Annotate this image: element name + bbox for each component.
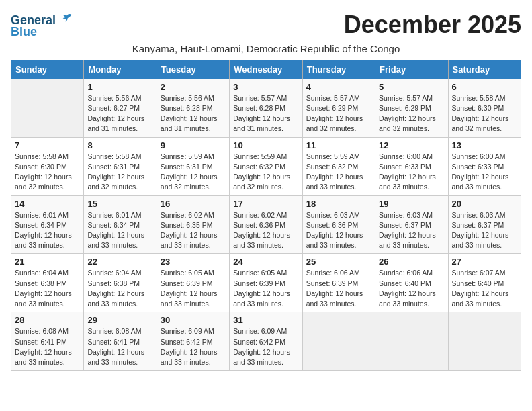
calendar-cell xyxy=(11,79,84,137)
day-info: Sunrise: 6:07 AM Sunset: 6:40 PM Dayligh… xyxy=(452,268,517,309)
calendar-cell: 5Sunrise: 5:57 AM Sunset: 6:29 PM Daylig… xyxy=(375,79,448,137)
day-number: 8 xyxy=(87,140,152,150)
calendar-cell xyxy=(448,312,521,371)
day-number: 27 xyxy=(452,257,517,267)
day-info: Sunrise: 5:58 AM Sunset: 6:31 PM Dayligh… xyxy=(87,152,152,193)
calendar-cell: 27Sunrise: 6:07 AM Sunset: 6:40 PM Dayli… xyxy=(448,254,521,312)
day-info: Sunrise: 6:05 AM Sunset: 6:39 PM Dayligh… xyxy=(233,268,298,309)
calendar-cell: 11Sunrise: 5:59 AM Sunset: 6:32 PM Dayli… xyxy=(302,137,375,195)
day-info: Sunrise: 6:08 AM Sunset: 6:41 PM Dayligh… xyxy=(87,326,152,367)
day-number: 15 xyxy=(87,199,152,209)
day-info: Sunrise: 5:57 AM Sunset: 6:29 PM Dayligh… xyxy=(306,93,371,134)
header-day-friday: Friday xyxy=(375,60,448,79)
day-info: Sunrise: 5:58 AM Sunset: 6:30 PM Dayligh… xyxy=(452,93,517,134)
day-info: Sunrise: 6:05 AM Sunset: 6:39 PM Dayligh… xyxy=(161,268,226,309)
day-info: Sunrise: 6:00 AM Sunset: 6:33 PM Dayligh… xyxy=(379,152,444,193)
day-number: 4 xyxy=(306,82,371,92)
calendar-cell: 28Sunrise: 6:08 AM Sunset: 6:41 PM Dayli… xyxy=(11,312,84,371)
day-info: Sunrise: 6:02 AM Sunset: 6:36 PM Dayligh… xyxy=(233,210,298,251)
day-info: Sunrise: 6:09 AM Sunset: 6:42 PM Dayligh… xyxy=(233,326,298,367)
day-info: Sunrise: 6:06 AM Sunset: 6:39 PM Dayligh… xyxy=(306,268,371,309)
day-info: Sunrise: 6:00 AM Sunset: 6:33 PM Dayligh… xyxy=(452,152,517,193)
day-info: Sunrise: 5:56 AM Sunset: 6:28 PM Dayligh… xyxy=(161,93,226,134)
calendar-cell: 14Sunrise: 6:01 AM Sunset: 6:34 PM Dayli… xyxy=(11,195,84,254)
calendar-cell: 22Sunrise: 6:04 AM Sunset: 6:38 PM Dayli… xyxy=(84,254,157,312)
day-number: 20 xyxy=(452,199,517,209)
day-number: 7 xyxy=(15,140,80,150)
day-number: 26 xyxy=(379,257,444,267)
calendar-cell: 4Sunrise: 5:57 AM Sunset: 6:29 PM Daylig… xyxy=(302,79,375,137)
week-row-1: 1Sunrise: 5:56 AM Sunset: 6:27 PM Daylig… xyxy=(11,79,521,137)
day-info: Sunrise: 6:03 AM Sunset: 6:37 PM Dayligh… xyxy=(452,210,517,251)
calendar-cell: 31Sunrise: 6:09 AM Sunset: 6:42 PM Dayli… xyxy=(230,312,302,371)
day-number: 12 xyxy=(379,140,444,150)
day-number: 22 xyxy=(87,257,152,267)
day-number: 5 xyxy=(379,82,444,92)
header-day-sunday: Sunday xyxy=(11,60,84,79)
calendar-cell: 7Sunrise: 5:58 AM Sunset: 6:30 PM Daylig… xyxy=(11,137,84,195)
title-section: December 2025 xyxy=(344,11,521,39)
calendar-cell: 10Sunrise: 5:59 AM Sunset: 6:32 PM Dayli… xyxy=(230,137,302,195)
day-number: 31 xyxy=(233,315,298,325)
day-info: Sunrise: 6:06 AM Sunset: 6:40 PM Dayligh… xyxy=(379,268,444,309)
calendar-cell: 30Sunrise: 6:09 AM Sunset: 6:42 PM Dayli… xyxy=(157,312,229,371)
day-number: 19 xyxy=(379,199,444,209)
calendar-header-row: SundayMondayTuesdayWednesdayThursdayFrid… xyxy=(11,60,521,79)
calendar-cell xyxy=(375,312,448,371)
header-day-saturday: Saturday xyxy=(448,60,521,79)
calendar-table: SundayMondayTuesdayWednesdayThursdayFrid… xyxy=(11,60,521,371)
day-number: 10 xyxy=(233,140,298,150)
calendar-cell: 9Sunrise: 5:59 AM Sunset: 6:31 PM Daylig… xyxy=(157,137,229,195)
calendar-cell: 20Sunrise: 6:03 AM Sunset: 6:37 PM Dayli… xyxy=(448,195,521,254)
header-day-tuesday: Tuesday xyxy=(157,60,229,79)
day-info: Sunrise: 5:59 AM Sunset: 6:32 PM Dayligh… xyxy=(306,152,371,193)
week-row-2: 7Sunrise: 5:58 AM Sunset: 6:30 PM Daylig… xyxy=(11,137,521,195)
calendar-cell: 25Sunrise: 6:06 AM Sunset: 6:39 PM Dayli… xyxy=(302,254,375,312)
day-info: Sunrise: 6:02 AM Sunset: 6:35 PM Dayligh… xyxy=(161,210,226,251)
top-row: General Blue December 2025 xyxy=(11,11,521,42)
header-day-thursday: Thursday xyxy=(302,60,375,79)
day-number: 23 xyxy=(161,257,226,267)
week-row-3: 14Sunrise: 6:01 AM Sunset: 6:34 PM Dayli… xyxy=(11,195,521,254)
calendar-cell: 18Sunrise: 6:03 AM Sunset: 6:36 PM Dayli… xyxy=(302,195,375,254)
day-number: 18 xyxy=(306,199,371,209)
calendar-cell: 21Sunrise: 6:04 AM Sunset: 6:38 PM Dayli… xyxy=(11,254,84,312)
day-info: Sunrise: 5:59 AM Sunset: 6:32 PM Dayligh… xyxy=(233,152,298,193)
header-day-wednesday: Wednesday xyxy=(230,60,302,79)
calendar-cell: 2Sunrise: 5:56 AM Sunset: 6:28 PM Daylig… xyxy=(157,79,229,137)
month-title: December 2025 xyxy=(344,11,521,39)
calendar-cell: 19Sunrise: 6:03 AM Sunset: 6:37 PM Dayli… xyxy=(375,195,448,254)
day-info: Sunrise: 5:56 AM Sunset: 6:27 PM Dayligh… xyxy=(87,93,152,134)
day-number: 6 xyxy=(452,82,517,92)
day-number: 1 xyxy=(87,82,152,92)
day-number: 25 xyxy=(306,257,371,267)
calendar-cell: 17Sunrise: 6:02 AM Sunset: 6:36 PM Dayli… xyxy=(230,195,302,254)
day-info: Sunrise: 6:01 AM Sunset: 6:34 PM Dayligh… xyxy=(87,210,152,251)
day-number: 28 xyxy=(15,315,80,325)
calendar-cell: 23Sunrise: 6:05 AM Sunset: 6:39 PM Dayli… xyxy=(157,254,229,312)
day-number: 16 xyxy=(161,199,226,209)
day-number: 3 xyxy=(233,82,298,92)
calendar-cell: 16Sunrise: 6:02 AM Sunset: 6:35 PM Dayli… xyxy=(157,195,229,254)
calendar-cell xyxy=(302,312,375,371)
day-info: Sunrise: 6:08 AM Sunset: 6:41 PM Dayligh… xyxy=(15,326,80,367)
day-info: Sunrise: 5:57 AM Sunset: 6:28 PM Dayligh… xyxy=(233,93,298,134)
day-info: Sunrise: 6:03 AM Sunset: 6:36 PM Dayligh… xyxy=(306,210,371,251)
day-info: Sunrise: 5:57 AM Sunset: 6:29 PM Dayligh… xyxy=(379,93,444,134)
subtitle: Kanyama, Haut-Lomami, Democratic Republi… xyxy=(11,43,521,54)
day-info: Sunrise: 5:59 AM Sunset: 6:31 PM Dayligh… xyxy=(161,152,226,193)
calendar-cell: 12Sunrise: 6:00 AM Sunset: 6:33 PM Dayli… xyxy=(375,137,448,195)
day-number: 14 xyxy=(15,199,80,209)
calendar-cell: 8Sunrise: 5:58 AM Sunset: 6:31 PM Daylig… xyxy=(84,137,157,195)
day-number: 29 xyxy=(87,315,152,325)
day-info: Sunrise: 6:03 AM Sunset: 6:37 PM Dayligh… xyxy=(379,210,444,251)
calendar-cell: 13Sunrise: 6:00 AM Sunset: 6:33 PM Dayli… xyxy=(448,137,521,195)
day-number: 11 xyxy=(306,140,371,150)
logo-bird-icon xyxy=(60,12,73,24)
day-number: 24 xyxy=(233,257,298,267)
day-number: 30 xyxy=(161,315,226,325)
header-day-monday: Monday xyxy=(84,60,157,79)
week-row-4: 21Sunrise: 6:04 AM Sunset: 6:38 PM Dayli… xyxy=(11,254,521,312)
day-info: Sunrise: 6:04 AM Sunset: 6:38 PM Dayligh… xyxy=(87,268,152,309)
day-number: 2 xyxy=(161,82,226,92)
